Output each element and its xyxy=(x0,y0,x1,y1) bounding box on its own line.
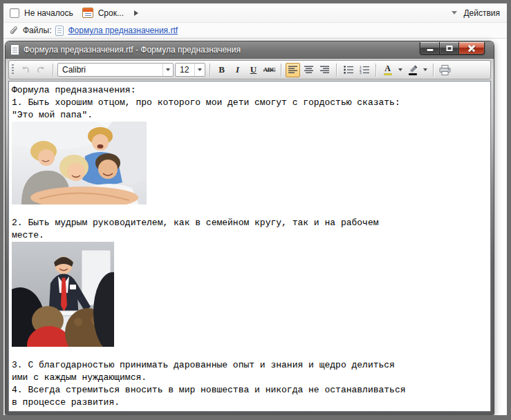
maximize-icon xyxy=(446,46,452,51)
doc-line xyxy=(12,347,486,359)
family-photo xyxy=(12,122,486,204)
bold-button[interactable]: B xyxy=(214,63,229,77)
bullet-list-button[interactable] xyxy=(341,63,355,77)
maximize-button[interactable] xyxy=(440,42,459,55)
doc-line: 4. Всегда стремиться вносить в мир новше… xyxy=(12,384,486,397)
align-center-button[interactable] xyxy=(301,63,316,77)
highlighter-icon xyxy=(408,65,418,75)
calendar-icon[interactable] xyxy=(82,8,93,18)
doc-line xyxy=(12,204,486,217)
minimize-button[interactable] xyxy=(420,42,440,55)
align-left-icon xyxy=(288,66,297,74)
align-left-button[interactable] xyxy=(286,63,300,77)
svg-text:3: 3 xyxy=(360,71,362,74)
italic-button[interactable]: I xyxy=(230,63,245,77)
toolbar-separator xyxy=(336,64,337,77)
font-size-combobox[interactable]: 12 xyxy=(175,63,205,77)
doc-line: в процессе развития. xyxy=(12,397,486,409)
attachment-doc-icon[interactable] xyxy=(55,26,64,36)
numbered-list-icon: 123 xyxy=(360,66,369,74)
font-color-button[interactable]: A xyxy=(380,63,395,77)
expand-arrow-icon[interactable] xyxy=(134,10,138,16)
status-label: Не началось xyxy=(24,8,73,18)
toolbar-separator xyxy=(210,64,210,77)
doc-line: ими с каждым нуждающимся. xyxy=(12,372,486,384)
undo-icon xyxy=(20,65,30,75)
toolbar-separator xyxy=(281,64,281,77)
paperclip-icon xyxy=(9,26,19,36)
bullet-list-icon xyxy=(344,66,353,74)
doc-line: 3. С благодарностью принимать дарованные… xyxy=(12,359,486,372)
print-icon xyxy=(439,65,451,75)
toolbar-separator xyxy=(375,64,376,77)
editor-window: Формула предназначения.rtf - Формула пре… xyxy=(6,41,494,415)
presentation-photo xyxy=(12,242,486,347)
print-button[interactable] xyxy=(438,63,452,77)
align-right-icon xyxy=(320,66,329,74)
files-row: Файлы: Формула предназначения.rtf xyxy=(3,23,507,39)
underline-button[interactable]: U xyxy=(246,63,261,77)
doc-line: Формула предназначения: xyxy=(12,84,486,97)
doc-line: 2. Быть мудрым руководителем, как в семе… xyxy=(12,217,486,229)
toolbar-separator xyxy=(433,64,434,77)
align-right-button[interactable] xyxy=(317,63,332,77)
font-family-combobox[interactable]: Calibri xyxy=(57,63,174,77)
window-body: Calibri 12 B I U ABC xyxy=(6,59,494,415)
toolbar-grip[interactable] xyxy=(12,64,14,75)
font-size-dropdown-icon[interactable] xyxy=(194,64,205,76)
redo-icon xyxy=(36,65,46,75)
window-title: Формула предназначения.rtf - Формула пре… xyxy=(24,45,241,55)
redo-button[interactable] xyxy=(34,63,48,77)
font-color-dropdown-icon[interactable] xyxy=(396,63,404,77)
format-toolbar: Calibri 12 B I U ABC xyxy=(8,60,491,79)
highlight-button[interactable] xyxy=(405,63,420,77)
window-doc-icon xyxy=(10,44,19,55)
align-center-icon xyxy=(304,66,313,74)
undo-button[interactable] xyxy=(18,63,32,77)
minimize-icon xyxy=(427,49,433,51)
doc-line: "Это мой папа". xyxy=(12,109,486,122)
font-color-icon: A xyxy=(384,65,392,75)
actions-menu[interactable]: Действия xyxy=(463,8,500,18)
close-button[interactable] xyxy=(459,42,485,55)
task-header-row: Не началось Срок... Действия xyxy=(3,3,507,23)
files-label: Файлы: xyxy=(23,26,51,35)
attachment-link[interactable]: Формула предназначения.rtf xyxy=(68,26,178,35)
window-caption-buttons xyxy=(420,42,485,55)
actions-dropdown-icon[interactable] xyxy=(452,11,457,15)
document-canvas[interactable]: Формула предназначения: 1. Быть хорошим … xyxy=(8,81,491,412)
font-family-dropdown-icon[interactable] xyxy=(162,64,173,76)
highlight-dropdown-icon[interactable] xyxy=(421,63,429,77)
status-checkbox[interactable] xyxy=(10,8,19,18)
doc-line: 1. Быть хорошим отцом, про которого мои … xyxy=(12,97,486,109)
due-label[interactable]: Срок... xyxy=(98,8,124,18)
font-family-value: Calibri xyxy=(58,65,162,75)
highlight-color-swatch xyxy=(409,73,417,75)
toolbar-separator xyxy=(53,64,53,77)
strikethrough-button[interactable]: ABC xyxy=(262,63,277,77)
font-color-swatch xyxy=(384,73,392,75)
numbered-list-button[interactable]: 123 xyxy=(357,63,371,77)
app-screen: Не началось Срок... Действия Файлы: Форм… xyxy=(0,0,511,420)
font-size-value: 12 xyxy=(176,65,194,75)
doc-line: месте. xyxy=(12,229,486,242)
